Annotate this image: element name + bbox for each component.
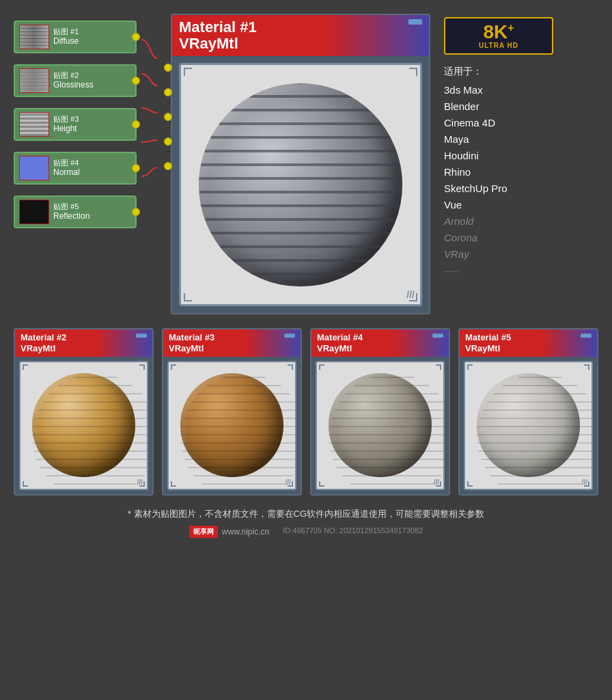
software-vray: VRay bbox=[444, 246, 553, 262]
material-preview: Material #1 VRayMtl bbox=[171, 14, 430, 314]
mini-material-5-body: /// bbox=[460, 357, 597, 494]
window-minimize-btn[interactable] bbox=[408, 19, 422, 25]
mini-win-btn-5[interactable] bbox=[581, 334, 592, 338]
node-connector-normal bbox=[132, 164, 140, 172]
mini-sphere-4 bbox=[329, 373, 432, 477]
mini-hash-5: /// bbox=[582, 479, 587, 486]
node-normal[interactable]: 贴图 #4 Normal bbox=[14, 152, 137, 185]
node-connector-diffuse bbox=[132, 33, 140, 41]
compatible-label: 适用于： bbox=[444, 66, 553, 78]
main-container: 贴图 #1 Diffuse 贴图 #2 Glossiness bbox=[0, 0, 612, 700]
watermark-logo: 昵享网 bbox=[189, 526, 218, 538]
bottom-materials-section: Material #2 VRayMtl /// bbox=[0, 321, 612, 502]
corner-tr bbox=[409, 68, 417, 76]
software-arnold: Arnold bbox=[444, 213, 553, 230]
software-cinema4d: Cinema 4D bbox=[444, 115, 553, 131]
mini-sphere-2 bbox=[32, 373, 136, 477]
mini-corner-5-tr bbox=[584, 364, 589, 370]
mini-corner-4-tl bbox=[319, 364, 324, 370]
badge-resolution: 8K+ bbox=[452, 23, 545, 42]
node-reflection[interactable]: 贴图 #5 Reflection bbox=[14, 196, 137, 228]
footer-section: * 素材为贴图图片，不含材质文件，需要在CG软件内相应通道使用，可能需要调整相关… bbox=[0, 502, 612, 543]
mini-material-2-body: /// bbox=[15, 357, 152, 494]
watermark-right: ID:4667705 NO: 20210129155349173082 bbox=[283, 526, 423, 538]
mini-win-btn-3[interactable] bbox=[284, 334, 295, 338]
node-thumb-reflection bbox=[19, 200, 49, 224]
mini-corner-2-bl bbox=[23, 481, 28, 487]
node-label-height: 贴图 #3 Height bbox=[53, 114, 79, 135]
mini-sphere-preview-5: /// bbox=[464, 361, 593, 490]
mini-win-btn-4[interactable] bbox=[432, 334, 443, 338]
footer-note: * 素材为贴图图片，不含材质文件，需要在CG软件内相应通道使用，可能需要调整相关… bbox=[128, 508, 484, 520]
material-window-body: /// bbox=[172, 56, 429, 313]
mini-sphere-5 bbox=[477, 373, 581, 477]
material-window: Material #1 VRayMtl bbox=[171, 14, 430, 314]
software-houdini: Houdini bbox=[444, 148, 553, 164]
watermark-left: 昵享网 www.nipic.cn bbox=[189, 526, 269, 538]
node-label-diffuse: 贴图 #1 Diffuse bbox=[53, 27, 79, 47]
mini-corner-4-tr bbox=[436, 364, 441, 370]
software-3dsmax: 3ds Max bbox=[444, 82, 553, 98]
software-sketchup: SketchUp Pro bbox=[444, 180, 553, 197]
node-connector-glossiness bbox=[132, 77, 140, 85]
node-graph-section: 贴图 #1 Diffuse 贴图 #2 Glossiness bbox=[14, 14, 157, 228]
mini-corner-3-bl bbox=[171, 481, 176, 487]
mini-material-2-title: Material #2 VRayMtl bbox=[20, 332, 66, 353]
conn-dot-4 bbox=[164, 137, 172, 146]
material-window-header: Material #1 VRayMtl bbox=[172, 15, 429, 56]
node-diffuse[interactable]: 贴图 #1 Diffuse bbox=[14, 21, 137, 53]
mini-material-4: Material #4 VRayMtl /// bbox=[310, 328, 450, 495]
mini-corner-2-tl bbox=[23, 364, 28, 370]
sphere-ball bbox=[199, 83, 402, 287]
conn-dot-2 bbox=[164, 88, 172, 96]
software-dots: ...... bbox=[444, 262, 553, 277]
node-thumb-normal bbox=[19, 156, 49, 180]
corner-bl bbox=[184, 293, 192, 301]
window-controls bbox=[408, 19, 422, 25]
top-section: 贴图 #1 Diffuse 贴图 #2 Glossiness bbox=[0, 0, 612, 321]
asset-id: ID:4667705 NO: 20210129155349173082 bbox=[283, 526, 423, 535]
mini-corner-5-tl bbox=[467, 364, 473, 370]
mini-sphere-preview-3: /// bbox=[167, 361, 296, 490]
preview-hash: /// bbox=[406, 289, 415, 300]
mini-sphere-3-texture bbox=[180, 373, 296, 489]
material-window-title: Material #1 VRayMtl bbox=[179, 19, 257, 52]
node-height[interactable]: 贴图 #3 Height bbox=[14, 108, 137, 141]
mini-material-4-body: /// bbox=[311, 357, 449, 494]
mini-win-btn-2[interactable] bbox=[136, 334, 147, 338]
node-thumb-diffuse bbox=[19, 25, 49, 49]
mini-material-4-title: Material #4 VRayMtl bbox=[317, 332, 363, 353]
badge-8k: 8K+ ULTRA HD bbox=[444, 17, 553, 55]
node-label-normal: 贴图 #4 Normal bbox=[53, 158, 80, 178]
node-label-reflection: 贴图 #5 Reflection bbox=[53, 202, 89, 222]
software-rhino: Rhino bbox=[444, 164, 553, 180]
badge-ultrahd: ULTRA HD bbox=[452, 42, 545, 49]
mini-material-3-body: /// bbox=[163, 357, 301, 494]
conn-dot-1 bbox=[164, 64, 172, 72]
mini-corner-3-tr bbox=[288, 364, 293, 370]
software-maya: Maya bbox=[444, 131, 553, 148]
mini-material-4-header: Material #4 VRayMtl bbox=[311, 329, 449, 356]
mini-corner-2-tr bbox=[139, 364, 145, 370]
node-glossiness[interactable]: 贴图 #2 Glossiness bbox=[14, 64, 137, 97]
software-vue: Vue bbox=[444, 197, 553, 213]
sphere-wood-texture bbox=[199, 83, 402, 287]
node-connector-reflection bbox=[132, 208, 140, 216]
software-blender: Blender bbox=[444, 98, 553, 115]
software-corona: Corona bbox=[444, 230, 553, 246]
mini-sphere-4-texture bbox=[329, 373, 445, 489]
node-label-glossiness: 贴图 #2 Glossiness bbox=[53, 70, 94, 91]
mini-hash-3: /// bbox=[286, 479, 291, 486]
software-list: 3ds Max Blender Cinema 4D Maya Houdini R… bbox=[444, 82, 553, 277]
footer-watermark: 昵享网 www.nipic.cn ID:4667705 NO: 20210129… bbox=[189, 526, 423, 538]
mini-sphere-preview-2: /// bbox=[19, 361, 148, 490]
mini-hash-2: /// bbox=[137, 479, 143, 486]
sphere-preview: /// bbox=[179, 63, 422, 306]
mini-material-2-header: Material #2 VRayMtl bbox=[15, 329, 152, 356]
mini-corner-3-tl bbox=[171, 364, 176, 370]
input-connectors bbox=[164, 62, 172, 172]
mini-sphere-2-texture bbox=[32, 373, 148, 489]
node-connector-height bbox=[132, 120, 140, 129]
info-panel: 8K+ ULTRA HD 适用于： 3ds Max Blender Cinema… bbox=[444, 14, 553, 277]
conn-dot-5 bbox=[164, 162, 172, 170]
